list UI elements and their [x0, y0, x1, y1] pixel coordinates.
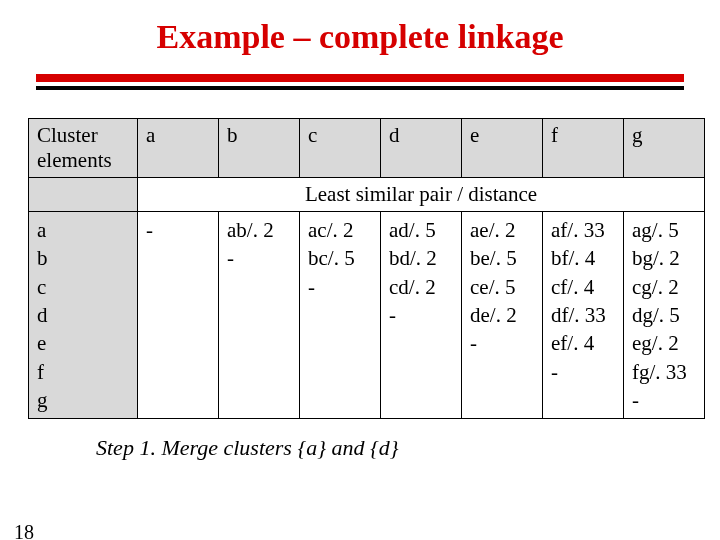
cell-col-g: ag/. 5 bg/. 2 cg/. 2 dg/. 5 eg/. 2 fg/. …: [624, 212, 705, 419]
cell-col-e: ae/. 2 be/. 5 ce/. 5 de/. 2 -: [462, 212, 543, 419]
col-header-d: d: [381, 119, 462, 178]
cell-col-f: af/. 33 bf/. 4 cf/. 4 df/. 33 ef/. 4 -: [543, 212, 624, 419]
table-subheader-row: Least similar pair / distance: [29, 178, 705, 212]
title-rule: [36, 74, 684, 90]
page-number: 18: [14, 521, 34, 540]
step-caption: Step 1. Merge clusters {a} and {d}: [96, 435, 720, 461]
slide-title: Example – complete linkage: [0, 18, 720, 56]
cell-col-c: ac/. 2 bc/. 5 -: [300, 212, 381, 419]
col-header-b: b: [219, 119, 300, 178]
subheader-label: Least similar pair / distance: [138, 178, 705, 212]
row-labels: a b c d e f g: [29, 212, 138, 419]
header-cluster-elements: Cluster elements: [29, 119, 138, 178]
col-header-a: a: [138, 119, 219, 178]
cell-col-d: ad/. 5 bd/. 2 cd/. 2 -: [381, 212, 462, 419]
table-header-row: Cluster elements a b c d e f g: [29, 119, 705, 178]
col-header-g: g: [624, 119, 705, 178]
cell-col-a: -: [138, 212, 219, 419]
col-header-c: c: [300, 119, 381, 178]
table-data-row: a b c d e f g - ab/. 2 - ac/. 2 bc/. 5 -…: [29, 212, 705, 419]
col-header-e: e: [462, 119, 543, 178]
cell-col-b: ab/. 2 -: [219, 212, 300, 419]
subheader-spacer: [29, 178, 138, 212]
col-header-f: f: [543, 119, 624, 178]
distance-matrix-table: Cluster elements a b c d e f g Least sim…: [28, 118, 705, 419]
